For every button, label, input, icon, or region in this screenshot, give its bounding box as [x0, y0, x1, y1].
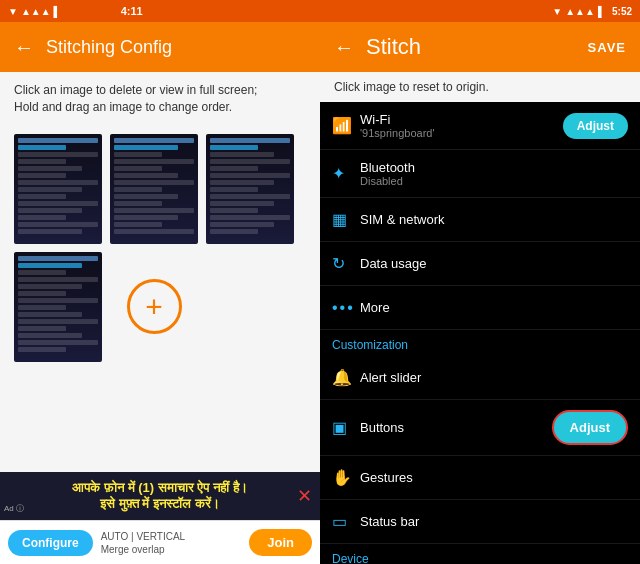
settings-item-more[interactable]: ••• More	[320, 286, 640, 330]
gestures-content: Gestures	[360, 470, 628, 485]
instruction-right: Click image to reset to origin.	[320, 72, 640, 102]
status-bar-settings-icon: ▭	[332, 512, 360, 531]
settings-item-data[interactable]: ↻ Data usage	[320, 242, 640, 286]
settings-list: 📶 Wi-Fi '91springboard' Adjust ✦ Bluetoo…	[320, 102, 640, 564]
statusbar-content: Status bar	[360, 514, 628, 529]
signal-strength-right-icon: ▲▲▲	[565, 6, 595, 17]
right-panel: ▼ ▲▲▲ ▌ 5:52 ← Stitch SAVE Click image t…	[320, 0, 640, 564]
alert-content: Alert slider	[360, 370, 628, 385]
adjust-buttons-button[interactable]: Adjust	[552, 410, 628, 445]
thumbnail-2[interactable]	[110, 134, 198, 244]
save-button[interactable]: SAVE	[588, 40, 626, 55]
wifi-content: Wi-Fi '91springboard'	[360, 112, 563, 139]
settings-item-bluetooth[interactable]: ✦ Bluetooth Disabled	[320, 150, 640, 198]
ad-badge: Ad ⓘ	[4, 503, 24, 514]
instruction-text-left: Click an image to delete or view in full…	[0, 72, 320, 126]
signal-strength-icon: ▲▲▲	[21, 6, 51, 17]
back-button-right[interactable]: ←	[334, 36, 354, 59]
thumbnail-4[interactable]	[14, 252, 102, 362]
more-content: More	[360, 300, 628, 315]
settings-view: 📶 Wi-Fi '91springboard' Adjust ✦ Bluetoo…	[320, 102, 640, 564]
gestures-icon: ✋	[332, 468, 360, 487]
bluetooth-icon: ✦	[332, 164, 360, 183]
settings-item-statusbar[interactable]: ▭ Status bar	[320, 500, 640, 544]
bluetooth-content: Bluetooth Disabled	[360, 160, 628, 187]
bottom-bar: Configure AUTO | VERTICAL Merge overlap …	[0, 520, 320, 564]
battery-right-icon: ▌	[598, 6, 605, 17]
ad-text-line1: आपके फ़ोन में (1) समाचार ऐप नहीं है।	[72, 480, 247, 496]
toolbar-right: ← Stitch SAVE	[320, 22, 640, 72]
buttons-icon: ▣	[332, 418, 360, 437]
toolbar-left: ← Stitching Config	[0, 22, 320, 72]
ad-text-line2: इसे मुफ़्त में इनस्टॉल करें।	[100, 496, 219, 512]
adjust-wifi-button[interactable]: Adjust	[563, 113, 628, 139]
time-right: 5:52	[612, 6, 632, 17]
section-device: Device	[320, 544, 640, 564]
thumbnail-1[interactable]	[14, 134, 102, 244]
merge-mode-text: AUTO | VERTICAL Merge overlap	[101, 530, 242, 556]
ad-close-button[interactable]: ✕	[297, 485, 312, 507]
wifi-icon: 📶	[332, 116, 360, 135]
sim-icon: ▦	[332, 210, 360, 229]
sim-content: SIM & network	[360, 212, 628, 227]
data-content: Data usage	[360, 256, 628, 271]
add-image-button[interactable]: +	[110, 252, 198, 362]
settings-item-buttons[interactable]: ▣ Buttons Adjust	[320, 400, 640, 456]
add-circle-icon[interactable]: +	[127, 279, 182, 334]
wifi-signal-right-icon: ▼	[552, 6, 562, 17]
time-left: 4:11	[121, 5, 143, 17]
status-icons-right: ▼ ▲▲▲ ▌ 5:52	[552, 6, 632, 17]
alert-slider-icon: 🔔	[332, 368, 360, 387]
data-usage-icon: ↻	[332, 254, 360, 273]
page-title-left: Stitching Config	[46, 37, 172, 58]
buttons-content: Buttons	[360, 420, 552, 435]
status-bar-right: ▼ ▲▲▲ ▌ 5:52	[320, 0, 640, 22]
status-icons-left: ▼ ▲▲▲ ▌	[8, 6, 61, 17]
ad-banner: आपके फ़ोन में (1) समाचार ऐप नहीं है। इसे…	[0, 472, 320, 520]
battery-icon: ▌	[54, 6, 61, 17]
more-icon: •••	[332, 299, 360, 317]
settings-item-sim[interactable]: ▦ SIM & network	[320, 198, 640, 242]
settings-item-alert[interactable]: 🔔 Alert slider	[320, 356, 640, 400]
thumbnails-grid: +	[0, 126, 320, 370]
section-customization: Customization	[320, 330, 640, 356]
settings-item-wifi[interactable]: 📶 Wi-Fi '91springboard' Adjust	[320, 102, 640, 150]
settings-item-gestures[interactable]: ✋ Gestures	[320, 456, 640, 500]
thumbnail-3[interactable]	[206, 134, 294, 244]
wifi-signal-icon: ▼	[8, 6, 18, 17]
page-title-right: Stitch	[366, 34, 576, 60]
status-bar-left: ▼ ▲▲▲ ▌ 4:11	[0, 0, 320, 22]
back-button-left[interactable]: ←	[14, 36, 34, 59]
configure-button[interactable]: Configure	[8, 530, 93, 556]
join-button[interactable]: Join	[249, 529, 312, 556]
left-panel: ▼ ▲▲▲ ▌ 4:11 ← Stitching Config Click an…	[0, 0, 320, 564]
